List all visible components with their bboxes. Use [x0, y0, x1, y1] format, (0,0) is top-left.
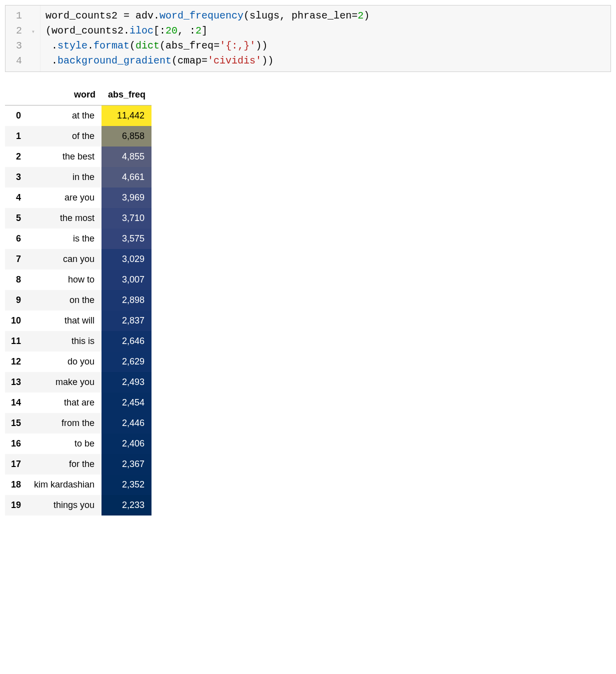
table-row: 19things you2,233: [5, 495, 152, 516]
row-index: 17: [5, 454, 27, 474]
code-cell[interactable]: 1 2 ▾3 4 word_counts2 = adv.word_frequen…: [5, 5, 611, 72]
word-cell: to be: [27, 434, 102, 454]
table-row: 15from the2,446: [5, 413, 152, 434]
row-index: 12: [5, 352, 27, 372]
code-gutter: 1 2 ▾3 4: [6, 6, 40, 72]
table-row: 6is the3,575: [5, 228, 152, 249]
abs-freq-cell: 2,367: [102, 454, 152, 474]
word-cell: of the: [27, 126, 102, 146]
table-row: 10that will2,837: [5, 310, 152, 331]
table-row: 11this is2,646: [5, 331, 152, 352]
abs-freq-cell: 2,233: [102, 495, 152, 516]
table-row: 7can you3,029: [5, 249, 152, 270]
line-number: 4: [12, 54, 35, 68]
row-index: 1: [5, 126, 27, 146]
word-cell: can you: [27, 249, 102, 270]
abs-freq-cell: 2,454: [102, 392, 152, 413]
line-number: 3: [12, 38, 35, 54]
table-row: 8how to3,007: [5, 270, 152, 290]
row-index: 0: [5, 106, 27, 126]
abs-freq-cell: 2,646: [102, 331, 152, 352]
word-cell: things you: [27, 495, 102, 516]
row-index: 13: [5, 372, 27, 392]
header-index: [5, 84, 27, 106]
row-index: 8: [5, 270, 27, 290]
table-row: 1of the6,858: [5, 126, 152, 146]
word-cell: that are: [27, 392, 102, 413]
abs-freq-cell: 2,493: [102, 372, 152, 392]
code-line[interactable]: .background_gradient(cmap='cividis')): [46, 54, 606, 68]
code-line[interactable]: (word_counts2.iloc[:20, :2]: [46, 24, 606, 38]
row-index: 5: [5, 208, 27, 228]
row-index: 16: [5, 434, 27, 454]
row-index: 14: [5, 392, 27, 413]
table-row: 0at the11,442: [5, 106, 152, 126]
row-index: 2: [5, 146, 27, 167]
row-index: 15: [5, 413, 27, 434]
abs-freq-cell: 2,446: [102, 413, 152, 434]
abs-freq-cell: 2,352: [102, 474, 152, 495]
word-cell: the most: [27, 208, 102, 228]
abs-freq-cell: 4,661: [102, 167, 152, 188]
row-index: 18: [5, 474, 27, 495]
abs-freq-cell: 3,007: [102, 270, 152, 290]
row-index: 9: [5, 290, 27, 310]
abs-freq-cell: 3,710: [102, 208, 152, 228]
table-row: 17for the2,367: [5, 454, 152, 474]
header-word: word: [27, 84, 102, 106]
word-cell: kim kardashian: [27, 474, 102, 495]
word-cell: make you: [27, 372, 102, 392]
row-index: 7: [5, 249, 27, 270]
word-frequency-table: word abs_freq 0at the11,4421of the6,8582…: [5, 84, 152, 516]
row-index: 6: [5, 228, 27, 249]
abs-freq-cell: 3,575: [102, 228, 152, 249]
row-index: 10: [5, 310, 27, 331]
word-cell: from the: [27, 413, 102, 434]
word-cell: the best: [27, 146, 102, 167]
word-cell: at the: [27, 106, 102, 126]
abs-freq-cell: 2,837: [102, 310, 152, 331]
word-cell: for the: [27, 454, 102, 474]
table-row: 13make you2,493: [5, 372, 152, 392]
word-cell: this is: [27, 331, 102, 352]
abs-freq-cell: 2,898: [102, 290, 152, 310]
table-row: 16to be2,406: [5, 434, 152, 454]
word-cell: on the: [27, 290, 102, 310]
table-row: 4are you3,969: [5, 188, 152, 208]
abs-freq-cell: 2,629: [102, 352, 152, 372]
table-header-row: word abs_freq: [5, 84, 152, 106]
header-abs-freq: abs_freq: [102, 84, 152, 106]
word-cell: in the: [27, 167, 102, 188]
abs-freq-cell: 3,029: [102, 249, 152, 270]
table-row: 9on the2,898: [5, 290, 152, 310]
row-index: 4: [5, 188, 27, 208]
word-cell: are you: [27, 188, 102, 208]
table-row: 2the best4,855: [5, 146, 152, 167]
code-line[interactable]: word_counts2 = adv.word_frequency(slugs,…: [46, 8, 606, 24]
code-line[interactable]: .style.format(dict(abs_freq='{:,}')): [46, 38, 606, 54]
abs-freq-cell: 11,442: [102, 106, 152, 126]
line-number: 1: [12, 8, 35, 24]
word-cell: how to: [27, 270, 102, 290]
word-cell: do you: [27, 352, 102, 372]
row-index: 19: [5, 495, 27, 516]
abs-freq-cell: 3,969: [102, 188, 152, 208]
table-row: 14that are2,454: [5, 392, 152, 413]
word-cell: is the: [27, 228, 102, 249]
abs-freq-cell: 2,406: [102, 434, 152, 454]
line-number: 2 ▾: [12, 24, 35, 38]
abs-freq-cell: 4,855: [102, 146, 152, 167]
table-row: 18kim kardashian2,352: [5, 474, 152, 495]
table-row: 5the most3,710: [5, 208, 152, 228]
row-index: 3: [5, 167, 27, 188]
output-area: word abs_freq 0at the11,4421of the6,8582…: [5, 84, 611, 516]
row-index: 11: [5, 331, 27, 352]
table-row: 3in the4,661: [5, 167, 152, 188]
abs-freq-cell: 6,858: [102, 126, 152, 146]
word-cell: that will: [27, 310, 102, 331]
fold-icon[interactable]: ▾: [30, 28, 35, 36]
code-area[interactable]: word_counts2 = adv.word_frequency(slugs,…: [40, 6, 610, 72]
table-row: 12do you2,629: [5, 352, 152, 372]
